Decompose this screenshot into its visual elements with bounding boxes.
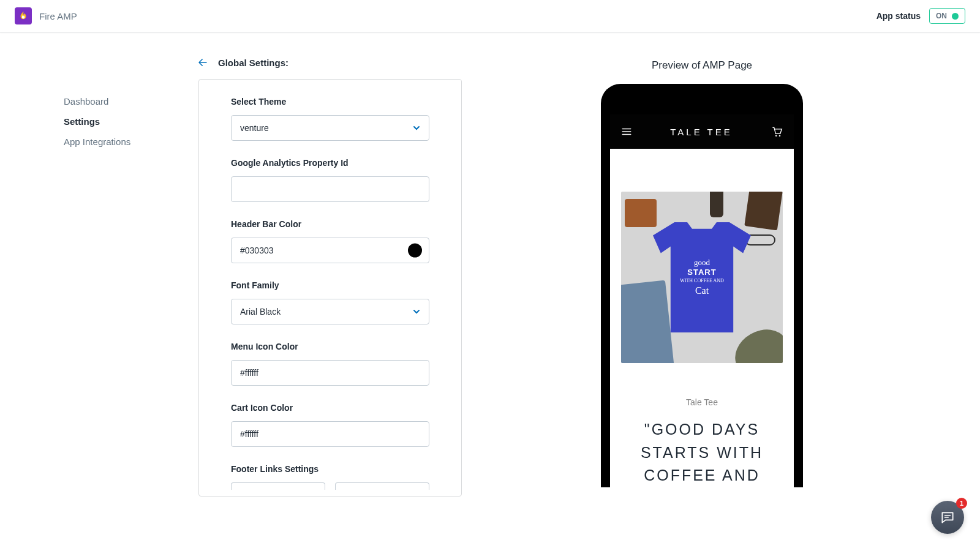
top-header: Fire AMP App status ON	[0, 0, 980, 32]
preview-column: Preview of AMP Page TALE TEE	[481, 57, 922, 497]
status-text: ON	[936, 12, 947, 20]
shirt-text: good START WITH COFFEE AND Cat	[680, 258, 724, 298]
font-value: Arial Black	[240, 307, 281, 317]
cart-icon-color-input[interactable]	[231, 421, 429, 447]
field-cart-icon-color: Cart Icon Color	[231, 403, 429, 447]
header-color-input[interactable]	[231, 238, 429, 263]
app-name: Fire AMP	[39, 11, 77, 21]
product-image: good START WITH COFFEE AND Cat	[621, 192, 783, 363]
field-theme: Select Theme venture	[231, 97, 429, 141]
header-left: Fire AMP	[15, 7, 77, 24]
deco-watch	[710, 192, 723, 217]
theme-select[interactable]: venture	[231, 115, 429, 141]
brand-subtitle: Tale Tee	[621, 397, 783, 407]
field-header-color: Header Bar Color	[231, 219, 429, 263]
breadcrumb-title: Global Settings:	[218, 58, 288, 68]
menu-icon-color-input[interactable]	[231, 360, 429, 386]
deco-notebook	[744, 192, 783, 230]
settings-panel: Select Theme venture Google Analytics Pr…	[198, 79, 462, 497]
header-right: App status ON	[876, 8, 965, 24]
field-menu-icon-color: Menu Icon Color	[231, 342, 429, 386]
hamburger-icon[interactable]	[621, 126, 632, 137]
theme-value: venture	[240, 123, 269, 133]
status-dot-icon	[952, 13, 959, 20]
deco-shoe	[727, 320, 783, 363]
footer-label: Footer Links Settings	[231, 464, 429, 474]
ga-input[interactable]	[231, 176, 429, 202]
phone-frame: TALE TEE goo	[601, 84, 803, 487]
svg-point-0	[775, 135, 777, 137]
phone-body: good START WITH COFFEE AND Cat Tale Tee …	[610, 149, 794, 487]
phone-header: TALE TEE	[610, 114, 794, 149]
content: Global Settings: Select Theme venture Go…	[198, 57, 922, 497]
status-toggle[interactable]: ON	[929, 8, 965, 24]
phone-screen: TALE TEE goo	[610, 114, 794, 487]
app-status-label: App status	[876, 11, 921, 21]
app-logo	[15, 7, 32, 24]
svg-point-1	[779, 135, 781, 137]
cart-icon-color-label: Cart Icon Color	[231, 403, 429, 413]
header-color-label: Header Bar Color	[231, 219, 429, 229]
menu-icon-color-label: Menu Icon Color	[231, 342, 429, 351]
deco-jeans	[621, 280, 675, 363]
breadcrumb: Global Settings:	[196, 57, 462, 68]
footer-input-1[interactable]	[231, 482, 325, 490]
sidebar-item-integrations[interactable]: App Integrations	[64, 132, 198, 152]
footer-input-2[interactable]	[335, 482, 429, 490]
color-swatch-icon[interactable]	[408, 244, 422, 258]
chevron-down-icon	[413, 308, 420, 315]
product-title: "GOOD DAYS STARTS WITH COFFEE AND	[621, 418, 783, 487]
field-font: Font Family Arial Black	[231, 280, 429, 324]
cart-icon[interactable]	[771, 126, 783, 138]
deco-wallet	[625, 199, 657, 227]
sidebar-item-settings[interactable]: Settings	[64, 111, 198, 132]
font-label: Font Family	[231, 280, 429, 290]
main-area: Dashboard Settings App Integrations Glob…	[43, 32, 937, 497]
back-arrow-icon[interactable]	[196, 57, 209, 68]
chevron-down-icon	[413, 124, 420, 132]
settings-column: Global Settings: Select Theme venture Go…	[198, 57, 462, 497]
field-footer: Footer Links Settings	[231, 464, 429, 490]
phone-title: TALE TEE	[632, 127, 771, 137]
sidebar-item-dashboard[interactable]: Dashboard	[64, 91, 198, 111]
sidebar: Dashboard Settings App Integrations	[58, 57, 198, 497]
ga-label: Google Analytics Property Id	[231, 158, 429, 168]
field-ga: Google Analytics Property Id	[231, 158, 429, 202]
theme-label: Select Theme	[231, 97, 429, 107]
font-select[interactable]: Arial Black	[231, 299, 429, 324]
preview-title: Preview of AMP Page	[652, 59, 752, 72]
flame-icon	[18, 10, 29, 21]
